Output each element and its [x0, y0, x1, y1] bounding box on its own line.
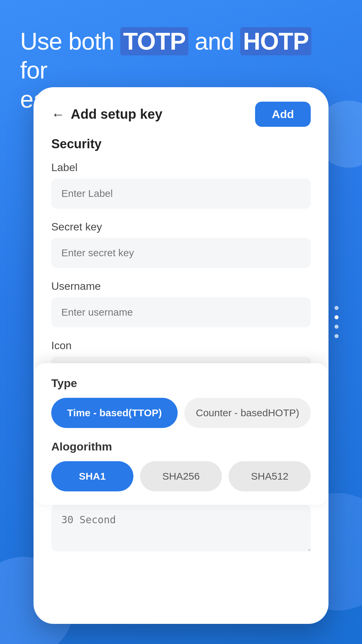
sidebar-dots	[335, 306, 339, 338]
hero-line1-mid: and	[188, 28, 240, 55]
sidebar-dot-3	[335, 325, 339, 329]
algo-sha1-button[interactable]: SHA1	[51, 461, 133, 491]
section-title: Security	[51, 137, 311, 161]
secret-key-input[interactable]	[51, 238, 311, 268]
secret-key-label: Secret key	[51, 221, 311, 233]
label-field-label: Label	[51, 161, 311, 174]
header-left: ← Add setup key	[51, 107, 162, 122]
phone-frame: ← Add setup key Add Security Label Secre…	[34, 87, 328, 624]
label-field-group: Label	[51, 161, 311, 209]
label-input[interactable]	[51, 178, 311, 209]
algo-buttons: SHA1 SHA256 SHA512	[51, 461, 311, 491]
username-label: Username	[51, 280, 311, 292]
hero-line1-post: for	[20, 57, 47, 84]
icon-label: Icon	[51, 339, 311, 352]
hero-hotp: HOTP	[240, 27, 311, 55]
page-title: Add setup key	[71, 107, 162, 122]
type-section-title: Type	[51, 377, 311, 390]
hero-totp: TOTP	[120, 27, 188, 55]
username-input[interactable]	[51, 297, 311, 327]
phone-inner: ← Add setup key Add Security Label Secre…	[35, 88, 327, 623]
sidebar-dot-1	[335, 306, 339, 310]
algo-sha256-button[interactable]: SHA256	[140, 461, 222, 491]
type-counterbased-button[interactable]: Counter - basedHOTP)	[184, 398, 311, 428]
add-button[interactable]: Add	[255, 102, 311, 127]
type-algorithm-card: Type Time - based(TTOP) Counter - basedH…	[35, 363, 327, 505]
back-button[interactable]: ←	[51, 108, 65, 121]
refresh-input[interactable]	[51, 504, 311, 551]
type-timebased-button[interactable]: Time - based(TTOP)	[51, 398, 178, 428]
secret-key-field-group: Secret key	[51, 221, 311, 268]
hero-line1-pre: Use both	[20, 28, 120, 55]
type-buttons: Time - based(TTOP) Counter - basedHOTP)	[51, 398, 311, 428]
form-section: Security Label Secret key Username Icon	[35, 137, 327, 387]
page-header: ← Add setup key Add	[35, 88, 327, 137]
algo-sha512-button[interactable]: SHA512	[229, 461, 311, 491]
username-field-group: Username	[51, 280, 311, 327]
sidebar-dot-2	[335, 315, 339, 319]
algorithm-section-title: Alogorithm	[51, 440, 311, 453]
sidebar-dot-4	[335, 334, 339, 338]
